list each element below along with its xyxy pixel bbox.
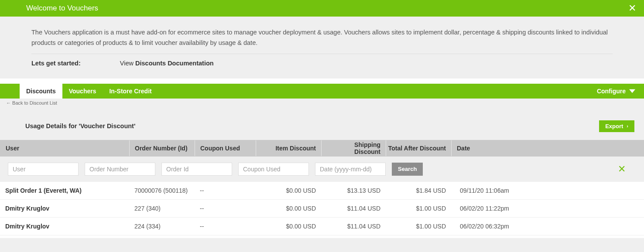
- cell-date: 06/02/20 11:22pm: [451, 205, 627, 212]
- search-date-input[interactable]: [315, 163, 386, 176]
- doc-link-text: Discounts Documentation: [135, 60, 214, 67]
- cell-ship: $11.04 USD: [321, 223, 386, 230]
- chevron-right-icon: ›: [627, 123, 628, 129]
- tabs-bar: Discounts Vouchers In-Store Credit Confi…: [0, 84, 644, 99]
- export-label: Export: [605, 123, 623, 129]
- tab-vouchers-label: Vouchers: [69, 88, 96, 95]
- cell-ship: $11.04 USD: [321, 205, 386, 212]
- search-user-input[interactable]: [8, 163, 79, 176]
- cell-order: 227 (340): [129, 205, 195, 212]
- cell-item: $0.00 USD: [256, 187, 321, 194]
- tabs-lead: [0, 84, 20, 99]
- search-row: Search ✕: [0, 157, 644, 182]
- back-to-list-link[interactable]: ← Back to Discount List: [0, 99, 644, 107]
- intro-panel: The Vouchers application is a must have …: [0, 17, 644, 78]
- cell-order: 70000076 (500118): [129, 187, 195, 194]
- back-link-text: ← Back to Discount List: [6, 100, 57, 106]
- col-date[interactable]: Date: [452, 140, 627, 156]
- col-order[interactable]: Order Number (Id): [130, 140, 195, 156]
- search-order-id-input[interactable]: [161, 163, 232, 176]
- cell-item: $0.00 USD: [256, 223, 321, 230]
- view-documentation-link[interactable]: View Discounts Documentation: [120, 58, 214, 69]
- cell-ship: $13.13 USD: [321, 187, 386, 194]
- cell-date: 06/02/20 06:32pm: [451, 223, 627, 230]
- cell-coupon: --: [195, 223, 256, 230]
- get-started-row: Lets get started: View Discounts Documen…: [31, 58, 613, 69]
- table-body: Split Order 1 (Everett, WA)70000076 (500…: [0, 182, 644, 235]
- search-button-label: Search: [398, 166, 417, 172]
- intro-text: The Vouchers application is a must have …: [31, 27, 613, 54]
- usage-details-title: Usage Details for 'Voucher Discount': [25, 123, 135, 129]
- search-coupon-input[interactable]: [238, 163, 309, 176]
- tab-discounts-label: Discounts: [26, 88, 56, 95]
- table-row[interactable]: Dmitry Kruglov224 (334)--$0.00 USD$11.04…: [0, 218, 644, 235]
- table-row[interactable]: Dmitry Kruglov227 (340)--$0.00 USD$11.04…: [0, 200, 644, 218]
- col-shipping[interactable]: Shipping Discount: [322, 140, 386, 156]
- col-total[interactable]: Total After Discount: [386, 140, 452, 156]
- configure-dropdown[interactable]: Configure: [588, 84, 644, 99]
- configure-label: Configure: [597, 88, 626, 95]
- chevron-down-icon: [629, 88, 635, 94]
- cell-coupon: --: [195, 187, 256, 194]
- cell-item: $0.00 USD: [256, 205, 321, 212]
- tab-instore-label: In-Store Credit: [109, 88, 151, 95]
- cell-total: $1.84 USD: [386, 187, 451, 194]
- table-header: User Order Number (Id) Coupon Used Item …: [0, 140, 644, 157]
- bottom-spacer: [0, 238, 644, 252]
- cell-coupon: --: [195, 205, 256, 212]
- tab-discounts[interactable]: Discounts: [20, 84, 62, 99]
- get-started-label: Lets get started:: [31, 58, 81, 69]
- cell-user: Dmitry Kruglov: [0, 223, 129, 230]
- col-user[interactable]: User: [0, 140, 130, 156]
- close-icon[interactable]: ✕: [628, 3, 636, 13]
- details-bar: Usage Details for 'Voucher Discount' Exp…: [0, 107, 644, 140]
- col-coupon[interactable]: Coupon Used: [195, 140, 256, 156]
- tab-instore-credit[interactable]: In-Store Credit: [103, 84, 158, 99]
- cell-total: $1.00 USD: [386, 223, 451, 230]
- view-prefix: View: [120, 60, 135, 67]
- cell-total: $1.00 USD: [386, 205, 451, 212]
- cell-user: Split Order 1 (Everett, WA): [0, 187, 129, 194]
- cell-user: Dmitry Kruglov: [0, 205, 129, 212]
- col-item[interactable]: Item Discount: [256, 140, 322, 156]
- export-button[interactable]: Export ›: [599, 120, 634, 132]
- clear-search-icon[interactable]: ✕: [618, 163, 626, 175]
- welcome-title: Welcome to Vouchers: [26, 4, 98, 13]
- tab-vouchers[interactable]: Vouchers: [62, 84, 103, 99]
- table-row[interactable]: Split Order 1 (Everett, WA)70000076 (500…: [0, 182, 644, 200]
- cell-order: 224 (334): [129, 223, 195, 230]
- search-button[interactable]: Search: [392, 163, 423, 176]
- search-order-number-input[interactable]: [85, 163, 155, 176]
- cell-date: 09/11/20 11:06am: [451, 187, 627, 194]
- welcome-bar: Welcome to Vouchers ✕: [0, 0, 644, 17]
